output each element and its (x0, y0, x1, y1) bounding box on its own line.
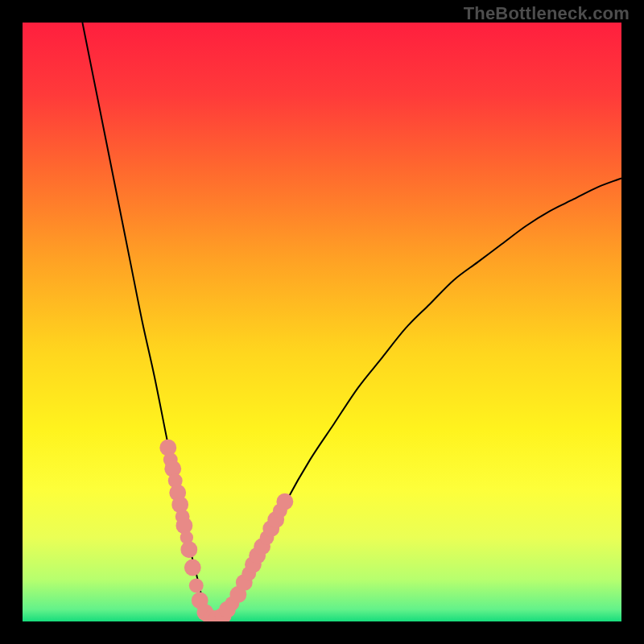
marker-dot (276, 493, 293, 510)
gradient-background (23, 23, 621, 621)
watermark-text: TheBottleneck.com (464, 3, 630, 24)
marker-dot (180, 541, 197, 558)
chart-frame: TheBottleneck.com (0, 0, 644, 644)
marker-dot (184, 559, 201, 576)
marker-dot (189, 578, 204, 592)
chart-svg (23, 23, 621, 621)
